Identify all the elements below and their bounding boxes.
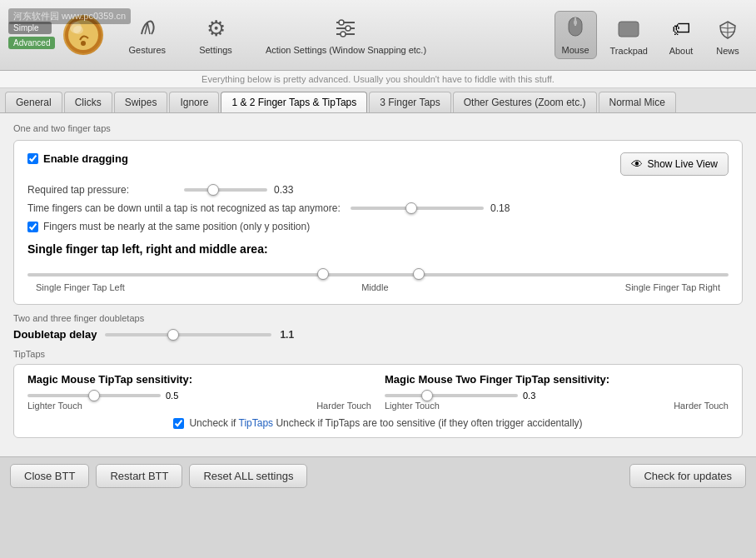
tab-general[interactable]: General bbox=[5, 92, 62, 112]
toolbar-gestures[interactable]: Gestures bbox=[122, 12, 172, 58]
news-icon bbox=[714, 16, 741, 42]
enable-dragging-checkbox[interactable] bbox=[27, 153, 38, 164]
tiptap2-slider-row: 0.3 bbox=[385, 391, 729, 401]
tiptap-link[interactable]: TipTaps bbox=[239, 417, 274, 429]
toolbar: Simple Advanced Gestures Settings bbox=[0, 0, 756, 71]
svg-point-9 bbox=[341, 32, 346, 37]
app-logo: Simple Advanced bbox=[8, 15, 108, 55]
tiptap2-labels: Lighter Touch Harder Touch bbox=[385, 401, 729, 411]
uncheck-row: Uncheck if TipTaps Uncheck if TipTaps ar… bbox=[27, 417, 729, 429]
check-updates-button[interactable]: Check for updates bbox=[629, 464, 746, 488]
eye-icon bbox=[631, 157, 643, 171]
warning-bar: Everything below is pretty advanced. Usu… bbox=[0, 71, 756, 88]
same-position-checkbox[interactable] bbox=[27, 222, 38, 232]
action-settings-icon bbox=[332, 15, 359, 42]
tab-3-finger-taps[interactable]: 3 Finger Taps bbox=[369, 92, 451, 112]
app-icon bbox=[63, 15, 103, 55]
time-fingers-slider[interactable] bbox=[351, 207, 484, 210]
section3-label: TipTaps bbox=[13, 349, 743, 359]
simple-badge[interactable]: Simple bbox=[8, 22, 52, 34]
toolbar-trackpad[interactable]: Trackpad bbox=[604, 12, 654, 59]
about-icon bbox=[668, 16, 694, 42]
tiptap1-value: 0.5 bbox=[166, 391, 178, 401]
right-thumb[interactable] bbox=[413, 268, 425, 280]
action-settings-label: Action Settings (Window Snapping etc.) bbox=[266, 45, 426, 55]
time-fingers-row: Time fingers can be down until a tap is … bbox=[27, 202, 729, 214]
tiptap2-harder: Harder Touch bbox=[674, 401, 729, 411]
about-label: About bbox=[669, 46, 694, 56]
gestures-label: Gestures bbox=[128, 45, 166, 55]
svg-rect-13 bbox=[619, 22, 639, 37]
tiptap1-col: Magic Mouse TipTap sensitivity: 0.5 Ligh… bbox=[27, 373, 371, 411]
tabs-bar: General Clicks Swipes Ignore 1 & 2 Finge… bbox=[0, 88, 756, 113]
tiptap1-slider[interactable] bbox=[27, 394, 161, 397]
left-thumb[interactable] bbox=[317, 268, 329, 280]
toolbar-right: Mouse Trackpad About News bbox=[555, 11, 748, 59]
tiptap1-title: Magic Mouse TipTap sensitivity: bbox=[27, 373, 371, 386]
trackpad-label: Trackpad bbox=[610, 46, 648, 56]
section1-label: One and two finger taps bbox=[13, 123, 743, 133]
doubletap-label: Doubletap delay bbox=[13, 328, 97, 341]
svg-point-2 bbox=[73, 26, 83, 34]
tiptap1-labels: Lighter Touch Harder Touch bbox=[27, 401, 371, 411]
tiptap1-harder: Harder Touch bbox=[316, 401, 371, 411]
show-live-view-button[interactable]: Show Live View bbox=[620, 152, 729, 176]
mouse-icon bbox=[562, 15, 589, 42]
one-two-finger-taps-card: Enable dragging Show Live View Required … bbox=[13, 140, 743, 305]
show-live-view-label: Show Live View bbox=[648, 158, 719, 170]
tiptap2-title: Magic Mouse Two Finger TipTap sensitivit… bbox=[385, 373, 729, 386]
tap-left-label: Single Finger Tap Left bbox=[36, 282, 125, 292]
svg-point-12 bbox=[574, 20, 577, 25]
dual-range-wrapper bbox=[36, 266, 720, 282]
toolbar-items: Gestures Settings Action Settings (Windo… bbox=[122, 12, 554, 58]
advanced-badge[interactable]: Advanced bbox=[8, 37, 55, 49]
tiptap2-value: 0.3 bbox=[523, 391, 535, 401]
svg-point-5 bbox=[339, 20, 344, 25]
same-position-row: Fingers must be nearly at the same posit… bbox=[27, 221, 729, 232]
tap-middle-label: Middle bbox=[361, 282, 388, 292]
tiptaps-checkbox[interactable] bbox=[173, 418, 184, 429]
same-position-label: Fingers must be nearly at the same posit… bbox=[43, 221, 310, 232]
content-area: One and two finger taps Enable dragging … bbox=[0, 113, 756, 456]
tab-normal-mice[interactable]: Normal Mice bbox=[599, 92, 676, 112]
svg-point-3 bbox=[81, 41, 86, 46]
tiptap2-lighter: Lighter Touch bbox=[385, 401, 440, 411]
tab-other-gestures[interactable]: Other Gestures (Zoom etc.) bbox=[453, 92, 597, 112]
tiptap1-lighter: Lighter Touch bbox=[27, 401, 82, 411]
time-fingers-value: 0.18 bbox=[490, 202, 515, 214]
enable-dragging-label: Enable dragging bbox=[43, 152, 128, 165]
doubletap-slider[interactable] bbox=[105, 333, 271, 336]
restart-btt-button[interactable]: Restart BTT bbox=[96, 464, 182, 488]
toolbar-about[interactable]: About bbox=[661, 12, 701, 59]
close-btt-button[interactable]: Close BTT bbox=[10, 464, 89, 488]
doubletap-value: 1.1 bbox=[280, 329, 305, 341]
doubletap-section: Two and three finger doubletaps Doubleta… bbox=[13, 313, 743, 341]
tap-pressure-row: Required tap pressure: 0.33 bbox=[27, 184, 729, 196]
settings-icon bbox=[202, 15, 229, 42]
toolbar-settings[interactable]: Settings bbox=[192, 12, 239, 58]
toolbar-news[interactable]: News bbox=[708, 12, 748, 59]
tap-pressure-slider[interactable] bbox=[184, 188, 267, 192]
section2-label: Two and three finger doubletaps bbox=[13, 313, 743, 323]
tab-clicks[interactable]: Clicks bbox=[64, 92, 112, 112]
toolbar-action-settings[interactable]: Action Settings (Window Snapping etc.) bbox=[259, 12, 433, 58]
finger-tap-section: Single finger tap left, right and middle… bbox=[27, 242, 729, 292]
tab-swipes[interactable]: Swipes bbox=[114, 92, 168, 112]
mouse-label: Mouse bbox=[562, 45, 589, 55]
tab-1-2-finger-taps[interactable]: 1 & 2 Finger Taps & TipTaps bbox=[221, 92, 367, 112]
tiptaps-section: TipTaps Magic Mouse TipTap sensitivity: … bbox=[13, 349, 743, 438]
tap-pressure-value: 0.33 bbox=[274, 184, 299, 196]
tiptap2-col: Magic Mouse Two Finger TipTap sensitivit… bbox=[385, 373, 729, 411]
card-header: Enable dragging Show Live View bbox=[27, 152, 729, 176]
news-label: News bbox=[716, 46, 739, 56]
doubletap-row: Doubletap delay 1.1 bbox=[13, 328, 743, 341]
tiptap1-slider-row: 0.5 bbox=[27, 391, 371, 401]
tiptap2-slider[interactable] bbox=[385, 394, 518, 397]
reset-all-button[interactable]: Reset ALL settings bbox=[189, 464, 307, 488]
toolbar-mouse[interactable]: Mouse bbox=[555, 11, 597, 59]
tap-slider-labels: Single Finger Tap Left Middle Single Fin… bbox=[36, 282, 720, 292]
uncheck-label: Uncheck if TipTaps Uncheck if TipTaps ar… bbox=[189, 417, 582, 429]
tab-ignore[interactable]: Ignore bbox=[169, 92, 219, 112]
settings-label: Settings bbox=[199, 45, 232, 55]
enable-dragging-row: Enable dragging bbox=[27, 152, 128, 165]
